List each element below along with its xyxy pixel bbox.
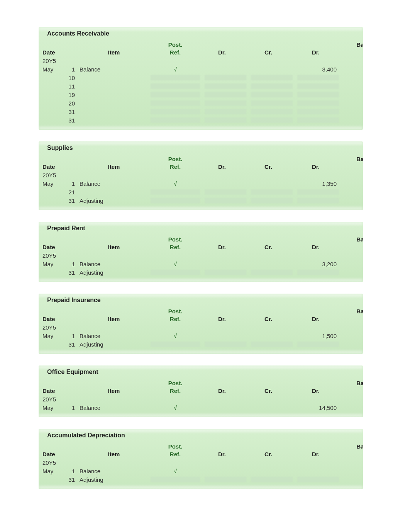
blur-placeholder	[205, 100, 246, 106]
ledger-title: Prepaid Insurance	[39, 297, 363, 306]
table-row: 31Adjusting	[39, 268, 363, 277]
ledger-title: Accumulated Depreciation	[39, 432, 363, 441]
blur-placeholder	[151, 117, 200, 123]
cell-month: May	[40, 405, 63, 411]
year-row: 20Y5	[39, 251, 363, 260]
table-row: May1Balance√	[39, 467, 363, 475]
hdr-cr: Cr.	[249, 451, 295, 457]
cell-day: 21	[63, 189, 79, 195]
blur-placeholder	[251, 477, 293, 482]
blur-placeholder	[297, 83, 339, 89]
cell-post	[148, 197, 202, 204]
cell-item: Balance	[79, 180, 148, 187]
cell-month: May	[40, 66, 63, 73]
cell-bal-dr	[295, 83, 341, 90]
cell-dr	[202, 117, 249, 124]
cell-post: √	[148, 405, 202, 411]
cell-month: May	[40, 468, 63, 474]
hdr-item: Item	[79, 316, 148, 322]
cell-item: Adjusting	[79, 476, 148, 483]
cell-bal-dr: 3,200	[295, 261, 341, 267]
hdr-item: Item	[79, 388, 148, 394]
ledger-header-row: DateItemRef.Dr.Cr.Dr.	[39, 162, 363, 171]
table-row: May1Balance√14,500	[39, 403, 363, 412]
cell-day: 1	[63, 66, 79, 73]
hdr-cr: Cr.	[249, 388, 295, 394]
table-row: 31Adjusting	[39, 196, 363, 205]
ledger-card: Office EquipmentPost.BalanDateItemRef.Dr…	[39, 365, 363, 417]
ledger-header-row: Post.Balan	[39, 39, 363, 48]
hdr-date: Date	[40, 451, 63, 457]
cell-item: Balance	[79, 261, 148, 267]
blur-placeholder	[151, 75, 200, 80]
table-row: 19	[39, 90, 363, 99]
blur-placeholder	[205, 270, 246, 275]
hdr-date: Date	[40, 49, 63, 56]
ledger-card: Accounts ReceivablePost.BalanDateItemRef…	[39, 27, 363, 130]
blur-placeholder	[205, 477, 246, 482]
cell-post: √	[148, 180, 202, 187]
table-row: 11	[39, 82, 363, 90]
cell-bal-dr	[295, 117, 341, 124]
cell-bal-dr: 1,350	[295, 180, 341, 187]
hdr-bal-dr: Dr.	[295, 163, 341, 170]
hdr-cr: Cr.	[249, 316, 295, 322]
year-row: 20Y5	[39, 56, 363, 65]
year-label: 20Y5	[40, 324, 63, 331]
hdr-cr: Cr.	[249, 163, 295, 170]
blur-placeholder	[251, 92, 293, 97]
cell-post	[148, 341, 202, 348]
cell-post	[148, 83, 202, 90]
hdr-post-top: Post.	[148, 41, 202, 48]
check-icon: √	[174, 261, 177, 267]
hdr-post-top: Post.	[148, 308, 202, 314]
cell-item: Balance	[79, 66, 148, 73]
table-row: 31Adjusting	[39, 475, 363, 484]
hdr-date: Date	[40, 388, 63, 394]
cell-bal-dr	[295, 100, 341, 107]
cell-post: √	[148, 468, 202, 474]
ledger-card: SuppliesPost.BalanDateItemRef.Dr.Cr.Dr.2…	[39, 141, 363, 210]
cell-bal-dr	[295, 197, 341, 204]
ledger-header-row: Post.Balan	[39, 378, 363, 386]
cell-day: 11	[63, 83, 79, 90]
ledger-header-row: Post.Balan	[39, 234, 363, 243]
blur-placeholder	[151, 342, 200, 347]
blur-placeholder	[251, 100, 293, 106]
cell-post	[148, 100, 202, 107]
hdr-ref: Ref.	[148, 49, 202, 56]
blur-placeholder	[251, 83, 293, 89]
ledger-title: Prepaid Rent	[39, 225, 363, 234]
hdr-date: Date	[40, 163, 63, 170]
cell-cr	[249, 83, 295, 90]
hdr-bal-dr: Dr.	[295, 451, 341, 457]
table-row: 10	[39, 73, 363, 82]
ledger-header-row: DateItemRef.Dr.Cr.Dr.	[39, 386, 363, 395]
blur-placeholder	[297, 92, 339, 97]
hdr-ref: Ref.	[148, 451, 202, 457]
check-icon: √	[174, 468, 177, 474]
cell-item: Adjusting	[79, 269, 148, 276]
table-row: May1Balance√1,350	[39, 179, 363, 188]
cell-day: 31	[63, 117, 79, 124]
year-row: 20Y5	[39, 458, 363, 467]
ledger-header-row: Post.Balan	[39, 441, 363, 450]
blur-placeholder	[297, 117, 339, 123]
year-label: 20Y5	[40, 172, 63, 178]
hdr-ref: Ref.	[148, 163, 202, 170]
ledger-page: Accounts ReceivablePost.BalanDateItemRef…	[39, 27, 363, 489]
blur-placeholder	[151, 198, 200, 203]
hdr-balance-top: Balan	[341, 380, 363, 386]
table-row: 20	[39, 99, 363, 107]
hdr-post-top: Post.	[148, 236, 202, 243]
blur-placeholder	[251, 117, 293, 123]
cell-dr	[202, 269, 249, 276]
cell-dr	[202, 108, 249, 115]
blur-placeholder	[297, 100, 339, 106]
hdr-balance-top: Balan	[341, 308, 363, 314]
table-row: 31	[39, 107, 363, 116]
ledger-header-row: DateItemRef.Dr.Cr.Dr.	[39, 450, 363, 458]
year-row: 20Y5	[39, 171, 363, 179]
table-row: 31	[39, 116, 363, 124]
hdr-bal-dr: Dr.	[295, 49, 341, 56]
